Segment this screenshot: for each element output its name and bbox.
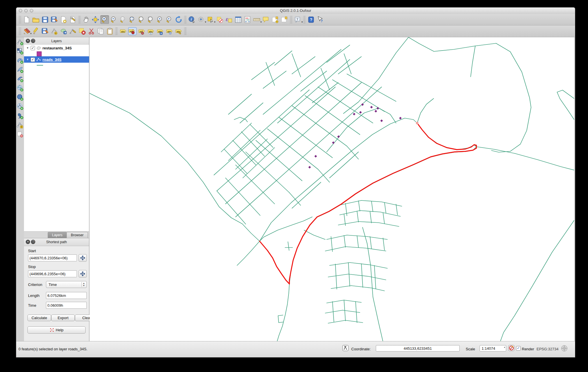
move-label-2-button[interactable]: abc — [156, 27, 164, 36]
whats-this-button[interactable]: ? — [316, 15, 325, 24]
open-project-button[interactable] — [32, 15, 40, 24]
zoom-next-button[interactable] — [165, 15, 174, 24]
node-tool-button[interactable] — [69, 27, 77, 36]
add-wfs-layer-button[interactable] — [16, 103, 23, 110]
select-by-expression-button[interactable]: ε — [225, 15, 233, 24]
add-oracle-layer-button[interactable] — [16, 85, 23, 92]
road-line — [263, 49, 341, 114]
add-raster-layer-button[interactable] — [16, 48, 23, 55]
delete-selected-button[interactable] — [78, 27, 86, 36]
run-feature-action-button[interactable]: ▼ — [197, 15, 206, 24]
panel-tab-browser[interactable]: Browser — [66, 232, 88, 238]
new-composer-button[interactable] — [59, 15, 68, 24]
add-delimited-text-button[interactable] — [16, 112, 23, 119]
map-tips-button[interactable] — [262, 15, 270, 24]
road-line — [305, 96, 360, 135]
copy-features-button[interactable] — [96, 27, 105, 36]
help-button[interactable]: Help — [27, 326, 86, 334]
road-line — [471, 46, 475, 77]
criterion-value: Time — [49, 282, 57, 287]
add-spatialite-layer-button[interactable] — [16, 66, 23, 73]
start-input[interactable]: (446970,6.23356e+06) — [28, 254, 77, 261]
show-bookmarks-button[interactable] — [280, 15, 289, 24]
disclosure-triangle-icon[interactable]: ▼ — [26, 46, 29, 49]
open-attribute-table-button[interactable] — [234, 15, 243, 24]
restaurant-point — [332, 141, 334, 144]
add-postgis-layer-button[interactable] — [16, 57, 23, 64]
calculate-button[interactable]: Calculate — [27, 315, 51, 321]
stop-input[interactable]: (449696,6.2355e+06) — [28, 270, 77, 277]
cut-features-button[interactable] — [87, 27, 96, 36]
move-label-button[interactable]: ab — [137, 27, 146, 36]
road-line — [321, 68, 330, 90]
export-button[interactable]: Export — [51, 315, 75, 321]
capture-stop-point-button[interactable] — [79, 270, 87, 278]
deselect-features-button[interactable] — [215, 15, 224, 24]
text-annotation-button[interactable]: T▼ — [293, 15, 302, 24]
toggle-editing-button[interactable] — [32, 27, 40, 36]
render-checkbox[interactable]: ✓ — [516, 346, 521, 351]
layer-item-roads_34S[interactable]: ▼✓roads_34S — [24, 56, 89, 63]
panel-tab-layers[interactable]: Layers — [48, 232, 67, 238]
zoom-last-button[interactable] — [156, 15, 164, 24]
stop-render-icon[interactable] — [508, 345, 515, 352]
paste-features-button[interactable] — [106, 27, 114, 36]
criterion-select[interactable]: Time ▲▼ — [46, 281, 87, 288]
crs-projector-icon[interactable] — [561, 345, 568, 353]
new-bookmark-button[interactable] — [271, 15, 280, 24]
rotate-label-button[interactable]: abc — [165, 27, 174, 36]
select-features-button[interactable]: ▼ — [206, 15, 215, 24]
help-button[interactable]: ? — [307, 15, 315, 24]
road-line — [304, 230, 325, 239]
dropdown-arrow-icon[interactable]: ▼ — [301, 21, 303, 23]
pan-to-selection-button[interactable] — [91, 15, 100, 24]
layer-visibility-checkbox[interactable]: ✓ — [31, 46, 35, 50]
zoom-in-button[interactable] — [100, 15, 109, 24]
layers-tree[interactable]: ▼✓restaurants_34S▼✓roads_34S — [24, 45, 89, 231]
labeling-button[interactable]: abc — [119, 27, 127, 36]
zoom-full-button[interactable] — [128, 15, 137, 24]
zoom-to-selection-button[interactable] — [137, 15, 146, 24]
mouse-position-icon[interactable] — [342, 345, 349, 352]
change-label-button[interactable]: abc — [174, 27, 183, 36]
refresh-button[interactable] — [174, 15, 183, 24]
road-line — [325, 247, 386, 251]
current-edits-button[interactable]: ▼ — [22, 27, 31, 36]
identify-button[interactable]: i — [188, 15, 196, 24]
capture-start-point-button[interactable] — [79, 254, 87, 262]
scale-dropdown-icon[interactable]: ▾ — [504, 346, 505, 349]
help-button-label: Help — [56, 328, 64, 332]
pan-map-button[interactable] — [82, 15, 90, 24]
move-feature-button[interactable] — [59, 27, 68, 36]
zoom-native-button[interactable]: 1:1 — [119, 15, 127, 24]
disclosure-triangle-icon[interactable]: ▼ — [26, 58, 29, 61]
coordinate-input[interactable]: 445133,6233451 — [376, 345, 460, 351]
zoom-out-button[interactable] — [110, 15, 118, 24]
add-vector-layer-button[interactable] — [16, 38, 23, 45]
road-line — [243, 148, 275, 178]
add-mssql-layer-button[interactable] — [16, 75, 23, 82]
add-feature-button[interactable] — [50, 27, 59, 36]
save-project-button[interactable] — [41, 15, 49, 24]
show-hide-labels-button[interactable]: abc — [147, 27, 155, 36]
new-shapefile-layer-button[interactable] — [16, 122, 23, 129]
save-layer-edits-button[interactable] — [41, 27, 49, 36]
measure-button[interactable]: ▼ — [252, 15, 261, 24]
new-project-button[interactable] — [22, 15, 31, 24]
zoom-to-layer-button[interactable] — [147, 15, 155, 24]
title-bar[interactable]: QGIS 2.0.1-Dufour — [16, 8, 575, 14]
save-project-as-button[interactable] — [50, 15, 59, 24]
layer-visibility-checkbox[interactable]: ✓ — [31, 57, 35, 62]
scale-combo[interactable]: 1:14074 ▾ — [480, 345, 506, 351]
road-line — [371, 201, 373, 212]
label-selected-button[interactable]: ab — [128, 27, 137, 36]
svg-text:ε: ε — [226, 16, 228, 22]
field-calculator-button[interactable] — [243, 15, 252, 24]
add-wms-layer-button[interactable] — [16, 94, 23, 101]
remove-layer-button[interactable] — [16, 131, 23, 138]
restaurant-point — [353, 113, 355, 115]
road-line — [417, 123, 476, 150]
composer-manager-button[interactable] — [69, 15, 77, 24]
map-canvas[interactable] — [90, 37, 574, 342]
layer-item-restaurants_34S[interactable]: ▼✓restaurants_34S — [24, 45, 89, 51]
